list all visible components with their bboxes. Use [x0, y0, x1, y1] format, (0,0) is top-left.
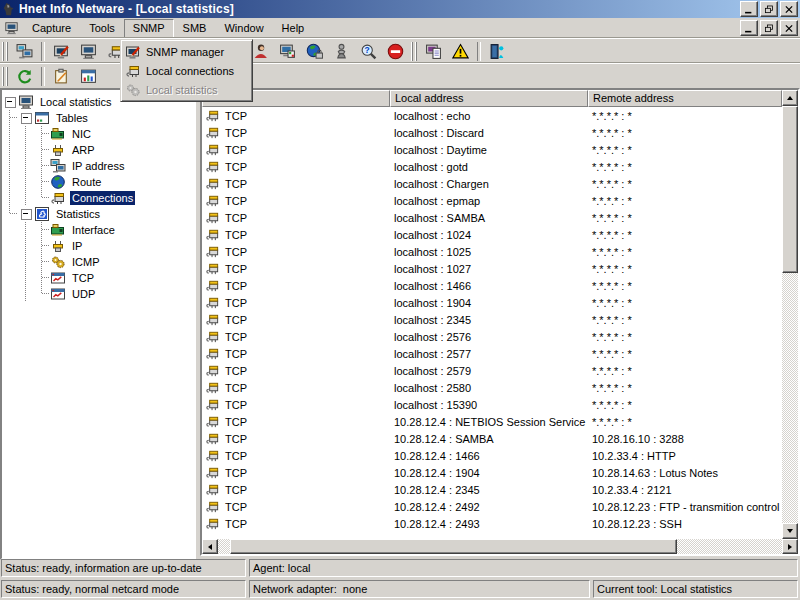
- menu-item-snmp-manager[interactable]: SNMP manager: [123, 42, 250, 61]
- network-adapter-status: Network adapter: none: [249, 580, 590, 598]
- protocol-cell: TCP: [202, 278, 390, 293]
- alerts-button[interactable]: [447, 40, 474, 63]
- menu-window[interactable]: Window: [215, 19, 272, 38]
- netcard-report-button[interactable]: [420, 40, 447, 63]
- table-row[interactable]: TCPlocalhost : echo*.*.*.* : *: [202, 107, 782, 124]
- table-row[interactable]: TCPlocalhost : 2580*.*.*.* : *: [202, 379, 782, 396]
- menu-bar: CaptureToolsSNMPSMBWindowHelp: [0, 18, 800, 38]
- vertical-scroll-thumb[interactable]: [782, 106, 798, 273]
- scroll-left-button[interactable]: [202, 539, 218, 554]
- notes-button[interactable]: [48, 65, 75, 88]
- remote-address-value: *.*.*.* : *: [588, 212, 782, 224]
- globe-icon: [50, 174, 66, 190]
- menu-smb[interactable]: SMB: [174, 19, 216, 38]
- tree-guide: [18, 126, 34, 142]
- tree-guide: [34, 238, 50, 254]
- table-row[interactable]: TCP10.28.12.4 : NETBIOS Session Service*…: [202, 413, 782, 430]
- table-row[interactable]: TCP10.28.12.4 : SAMBA10.28.16.10 : 3288: [202, 430, 782, 447]
- chart-view-button[interactable]: [75, 65, 102, 88]
- scroll-up-button[interactable]: [782, 90, 798, 106]
- toolbar-gripper[interactable]: [2, 42, 9, 61]
- close-button[interactable]: [780, 1, 798, 17]
- tree-item-nic[interactable]: NIC: [2, 126, 194, 142]
- tree-guide: [2, 190, 18, 206]
- scroll-down-button[interactable]: [782, 523, 798, 539]
- restore-button[interactable]: [760, 1, 778, 17]
- network-computers-button[interactable]: [11, 40, 38, 63]
- search-button[interactable]: [355, 40, 382, 63]
- title-bar[interactable]: Hnet Info Netware - [Local statistics]: [0, 0, 800, 18]
- minimize-button[interactable]: [740, 20, 758, 36]
- menu-snmp[interactable]: SNMP: [124, 19, 174, 38]
- table-row[interactable]: TCPlocalhost : SAMBA*.*.*.* : *: [202, 209, 782, 226]
- table-row[interactable]: TCPlocalhost : Discard*.*.*.* : *: [202, 124, 782, 141]
- table-row[interactable]: TCPlocalhost : Daytime*.*.*.* : *: [202, 141, 782, 158]
- table-row[interactable]: TCPlocalhost : 1024*.*.*.* : *: [202, 226, 782, 243]
- minimize-button[interactable]: [740, 1, 758, 17]
- local-computer-button[interactable]: [75, 40, 102, 63]
- internet-button[interactable]: [301, 40, 328, 63]
- horizontal-scroll-track-right: [677, 539, 782, 554]
- restore-button[interactable]: [760, 20, 778, 36]
- stop-button[interactable]: [382, 40, 409, 63]
- close-button[interactable]: [780, 20, 798, 36]
- table-row[interactable]: TCPlocalhost : 1025*.*.*.* : *: [202, 243, 782, 260]
- tree-item-icmp[interactable]: ICMP: [2, 254, 194, 270]
- column-header-local-address[interactable]: Local address: [390, 90, 588, 107]
- hosts-button[interactable]: [328, 40, 355, 63]
- tree-expander[interactable]: [18, 206, 34, 222]
- table-row[interactable]: TCPlocalhost : epmap*.*.*.* : *: [202, 192, 782, 209]
- table-row[interactable]: TCPlocalhost : 15390*.*.*.* : *: [202, 396, 782, 413]
- table-row[interactable]: TCPlocalhost : 2579*.*.*.* : *: [202, 362, 782, 379]
- local-address-value: localhost : 1466: [390, 280, 588, 292]
- menu-item-local-connections[interactable]: Local connections: [123, 61, 250, 80]
- table-row[interactable]: TCP10.28.12.4 : 234510.2.33.4 : 2121: [202, 481, 782, 498]
- table-row[interactable]: TCPlocalhost : 2345*.*.*.* : *: [202, 311, 782, 328]
- table-row[interactable]: TCPlocalhost : 2576*.*.*.* : *: [202, 328, 782, 345]
- table-row[interactable]: TCP10.28.12.4 : 146610.2.33.4 : HTTP: [202, 447, 782, 464]
- local-address-value: 10.28.12.4 : SAMBA: [390, 433, 588, 445]
- tree-item-tables[interactable]: Tables: [2, 110, 194, 126]
- tree-item-connections[interactable]: Connections: [2, 190, 194, 206]
- protocol-cell: TCP: [202, 159, 390, 174]
- tree-item-udp[interactable]: UDP: [2, 286, 194, 302]
- scroll-right-button[interactable]: [782, 539, 798, 554]
- tree-expander[interactable]: [18, 110, 34, 126]
- table-row[interactable]: TCPlocalhost : 1027*.*.*.* : *: [202, 260, 782, 277]
- tree-item-interface[interactable]: Interface: [2, 222, 194, 238]
- exit-button[interactable]: [484, 40, 511, 63]
- horizontal-scroll-thumb[interactable]: [230, 539, 677, 554]
- table-row[interactable]: TCP10.28.12.4 : 249310.28.12.23 : SSH: [202, 515, 782, 532]
- tree-item-statistics[interactable]: Statistics: [2, 206, 194, 222]
- menu-tools[interactable]: Tools: [80, 19, 124, 38]
- remote-address-value: 10.28.12.23 : SSH: [588, 518, 782, 530]
- tree-item-ip-address[interactable]: IP address: [2, 158, 194, 174]
- refresh-button[interactable]: [11, 65, 38, 88]
- tree-item-ip[interactable]: IP: [2, 238, 194, 254]
- tree-guide: [34, 158, 50, 174]
- table-row[interactable]: TCP10.28.12.4 : 249210.28.12.23 : FTP - …: [202, 498, 782, 515]
- table-row[interactable]: TCPlocalhost : 1466*.*.*.* : *: [202, 277, 782, 294]
- tree-item-label: UDP: [70, 287, 97, 301]
- menu-help[interactable]: Help: [273, 19, 314, 38]
- table-row[interactable]: TCPlocalhost : gotd*.*.*.* : *: [202, 158, 782, 175]
- menu-item-local-statistics[interactable]: Local statistics: [123, 80, 250, 99]
- table-row[interactable]: TCP10.28.12.4 : 190410.28.14.63 : Lotus …: [202, 464, 782, 481]
- horizontal-scrollbar[interactable]: [202, 539, 798, 554]
- toolbar-gripper[interactable]: [411, 42, 418, 61]
- compdoc-icon: [425, 43, 442, 60]
- tree-item-tcp[interactable]: TCP: [2, 270, 194, 286]
- tree-item-arp[interactable]: ARP: [2, 142, 194, 158]
- column-header-remote-address[interactable]: Remote address: [588, 90, 782, 107]
- snmp-manager-button[interactable]: [48, 40, 75, 63]
- menu-capture[interactable]: Capture: [23, 19, 80, 38]
- table-row[interactable]: TCPlocalhost : 2577*.*.*.* : *: [202, 345, 782, 362]
- tree-expander[interactable]: [2, 94, 18, 110]
- computer-config-button[interactable]: [274, 40, 301, 63]
- table-row[interactable]: TCPlocalhost : 1904*.*.*.* : *: [202, 294, 782, 311]
- table-row[interactable]: TCPlocalhost : Chargen*.*.*.* : *: [202, 175, 782, 192]
- tree-item-route[interactable]: Route: [2, 174, 194, 190]
- vertical-scrollbar[interactable]: [782, 90, 798, 539]
- toolbar-gripper[interactable]: [2, 67, 9, 86]
- refresh-icon: [16, 68, 33, 85]
